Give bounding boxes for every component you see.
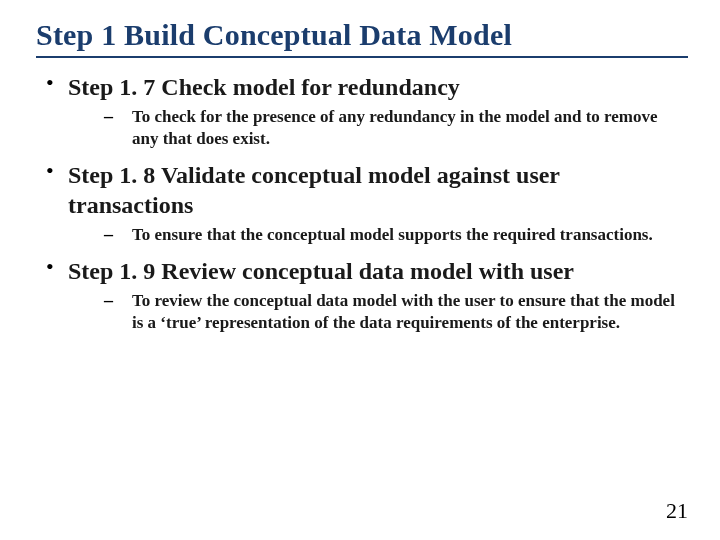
step-heading: Step 1. 8 Validate conceptual model agai…: [68, 160, 688, 220]
bullet-list: Step 1. 7 Check model for redundancy To …: [36, 72, 688, 334]
slide-title: Step 1 Build Conceptual Data Model: [36, 18, 688, 58]
sub-list: To review the conceptual data model with…: [68, 290, 688, 334]
slide: Step 1 Build Conceptual Data Model Step …: [0, 0, 720, 540]
sub-list-item: To review the conceptual data model with…: [104, 290, 688, 334]
step-heading: Step 1. 9 Review conceptual data model w…: [68, 256, 688, 286]
sub-list-item: To ensure that the conceptual model supp…: [104, 224, 688, 246]
step-detail: To check for the presence of any redunda…: [132, 106, 688, 150]
step-detail: To ensure that the conceptual model supp…: [132, 224, 688, 246]
page-number: 21: [666, 498, 688, 524]
sub-list: To ensure that the conceptual model supp…: [68, 224, 688, 246]
sub-list-item: To check for the presence of any redunda…: [104, 106, 688, 150]
sub-list: To check for the presence of any redunda…: [68, 106, 688, 150]
list-item: Step 1. 7 Check model for redundancy To …: [44, 72, 688, 150]
step-heading: Step 1. 7 Check model for redundancy: [68, 72, 688, 102]
list-item: Step 1. 9 Review conceptual data model w…: [44, 256, 688, 334]
step-detail: To review the conceptual data model with…: [132, 290, 688, 334]
list-item: Step 1. 8 Validate conceptual model agai…: [44, 160, 688, 246]
